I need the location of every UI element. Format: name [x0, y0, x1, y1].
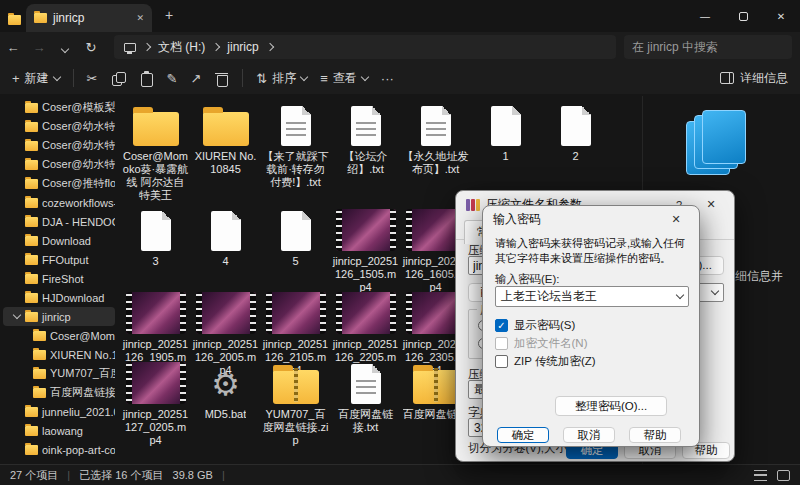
list-view-icon[interactable]: [754, 470, 767, 481]
item-count: 27 个项目: [10, 468, 58, 483]
explorer-tab[interactable]: jinricp ✕: [26, 4, 152, 32]
more-icon[interactable]: ···: [381, 71, 394, 86]
details-pane-icon: [720, 72, 734, 84]
sidebar-item[interactable]: Coser@幼水特衣...: [3, 155, 115, 174]
doc-icon: [561, 100, 591, 146]
video-icon: [126, 358, 186, 404]
file-item[interactable]: jinricp_20251126_1505.mp4: [332, 205, 399, 294]
breadcrumb-item-current[interactable]: jinricp: [227, 40, 258, 54]
sidebar-item[interactable]: jinricp: [3, 307, 115, 326]
sidebar-item[interactable]: 百度网盘链接.zi...: [3, 383, 115, 402]
sidebar-item-label: YUM707_百度网...: [50, 366, 115, 381]
sidebar-item[interactable]: HJDownload: [3, 288, 115, 307]
sidebar-item-label: junneliu_2021.01.0...: [42, 406, 115, 418]
sidebar-item[interactable]: Coser@推特flows-...: [3, 174, 115, 193]
recent-locations-button[interactable]: [52, 40, 78, 55]
sidebar-item-label: laowang: [42, 425, 83, 437]
folder-icon: [25, 141, 38, 151]
sidebar-item[interactable]: FireShot: [3, 269, 115, 288]
sidebar-item[interactable]: cozeworkflows-n...: [3, 193, 115, 212]
details-pane-toggle[interactable]: 详细信息: [720, 70, 788, 87]
close-icon[interactable]: ✕: [698, 198, 724, 211]
sidebar-item-label: Coser@幼水特衣...: [42, 138, 115, 153]
file-item[interactable]: 【来了就踩下载前·转存勿付费!】.txt: [262, 100, 329, 202]
sidebar-item[interactable]: Coser@幼水特衣...: [3, 117, 115, 136]
tab-close-icon[interactable]: ✕: [136, 13, 144, 23]
search-input[interactable]: [624, 35, 792, 59]
file-item[interactable]: 【永久地址发布页】.txt: [402, 100, 469, 202]
forward-button[interactable]: →: [26, 40, 52, 55]
view-icon: ≡: [320, 71, 328, 86]
file-item[interactable]: 3: [122, 205, 189, 294]
encrypt-names-label: 加密文件名(N): [514, 336, 587, 351]
file-item[interactable]: YUM707_百度网盘链接.zip: [262, 358, 329, 447]
winrar-icon: [466, 199, 480, 211]
close-icon[interactable]: ✕: [663, 213, 689, 226]
show-password-checkbox[interactable]: ✓ 显示密码(S): [495, 318, 575, 333]
video-icon: [336, 288, 396, 334]
password-cancel-button[interactable]: 取消: [563, 427, 615, 443]
checkbox-checked-icon: ✓: [495, 319, 508, 332]
share-icon[interactable]: ↗: [190, 71, 201, 86]
password-ok-button[interactable]: 确定: [497, 427, 549, 443]
sidebar-item[interactable]: DJA - HENDOON...: [3, 212, 115, 231]
file-item[interactable]: Coser@Momoko葵·暴露航线 阿尔达自特美王: [122, 100, 189, 202]
folder-icon: [33, 331, 46, 341]
file-item[interactable]: 2: [542, 100, 609, 202]
cut-icon[interactable]: ✂: [87, 71, 98, 86]
minimize-button[interactable]: —: [686, 0, 724, 32]
copy-icon[interactable]: [111, 71, 126, 86]
sidebar-item[interactable]: XIUREN No.108...: [3, 345, 115, 364]
doc-icon: [211, 205, 241, 251]
back-button[interactable]: ←: [0, 40, 26, 55]
sidebar-item[interactable]: junneliu_2021.01.0...: [3, 402, 115, 421]
sidebar-item-label: jinricp: [42, 311, 71, 323]
file-item[interactable]: ⚙MD5.bat: [192, 358, 259, 447]
password-dialog-titlebar[interactable]: 输入密码 ✕: [483, 206, 699, 233]
password-help-button[interactable]: 帮助: [629, 427, 681, 443]
sort-button[interactable]: ⇅ 排序: [256, 70, 307, 87]
breadcrumb-item-root[interactable]: 文档 (H:): [158, 39, 205, 56]
thumbnail-view-icon[interactable]: [777, 470, 790, 481]
delete-icon[interactable]: [214, 71, 229, 86]
sidebar-item[interactable]: YUM707_百度网...: [3, 364, 115, 383]
file-item[interactable]: 【论坛介绍】.txt: [332, 100, 399, 202]
sort-label: 排序: [272, 70, 296, 87]
details-pane-text: 细信息并: [735, 268, 783, 285]
sidebar-item[interactable]: Coser@模板梨-...: [3, 98, 115, 117]
view-button[interactable]: ≡ 查看: [320, 70, 368, 87]
new-tab-button[interactable]: +: [160, 7, 178, 23]
sidebar-item-label: Coser@模板梨-...: [42, 100, 115, 115]
sidebar-item[interactable]: laowang: [3, 421, 115, 440]
paste-icon[interactable]: [139, 71, 154, 86]
breadcrumb[interactable]: 文档 (H:) jinricp: [114, 35, 616, 59]
close-button[interactable]: ✕: [762, 0, 800, 32]
status-divider: |: [67, 469, 70, 481]
organize-passwords-button[interactable]: 整理密码(O)...: [555, 396, 667, 416]
maximize-button[interactable]: [724, 0, 762, 32]
rename-icon[interactable]: ✎: [167, 71, 178, 86]
video-icon: [126, 288, 186, 334]
new-label: 新建: [25, 70, 49, 87]
file-item[interactable]: 5: [262, 205, 329, 294]
sidebar-item-label: XIUREN No.108...: [50, 349, 115, 361]
sidebar-item[interactable]: FFOutput: [3, 250, 115, 269]
chevron-down-icon: [61, 44, 69, 52]
sidebar-item[interactable]: Coser@幼水特衣...: [3, 136, 115, 155]
file-row: Coser@Momoko葵·暴露航线 阿尔达自特美王XIUREN No.1084…: [122, 100, 609, 202]
file-item[interactable]: 4: [192, 205, 259, 294]
file-item[interactable]: 百度网盘链接.txt: [332, 358, 399, 447]
sidebar-item[interactable]: Download: [3, 231, 115, 250]
new-button[interactable]: + 新建: [12, 70, 60, 87]
zip-legacy-checkbox[interactable]: ZIP 传统加密(Z): [495, 354, 596, 369]
sidebar-item[interactable]: oink-pop-art-co...: [3, 440, 115, 459]
refresh-button[interactable]: ↻: [78, 40, 104, 55]
file-item[interactable]: 1: [472, 100, 539, 202]
chevron-right-icon: [212, 43, 220, 51]
file-item[interactable]: XIUREN No.10845: [192, 100, 259, 202]
sidebar-item[interactable]: Coser@Momok...: [3, 326, 115, 345]
file-item[interactable]: jinricp_20251127_0205.mp4: [122, 358, 189, 447]
password-combo[interactable]: 上老王论坛当老王: [495, 286, 689, 307]
address-bar: ← → ↻ 文档 (H:) jinricp: [0, 32, 800, 62]
file-name: 2: [572, 150, 578, 163]
